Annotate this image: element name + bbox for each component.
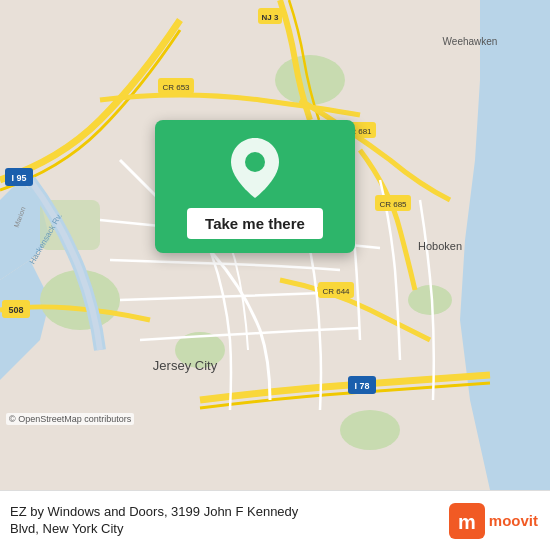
bottom-bar: EZ by Windows and Doors, 3199 John F Ken… (0, 490, 550, 550)
map-attribution: © OpenStreetMap contributors (6, 413, 134, 425)
svg-text:NJ 3: NJ 3 (262, 13, 279, 22)
svg-text:I 95: I 95 (11, 173, 26, 183)
svg-text:Weehawken: Weehawken (443, 36, 498, 47)
address-text: EZ by Windows and Doors, 3199 John F Ken… (10, 504, 298, 538)
map-container: I 95 NJ 3 CR 653 CR 681 CR 685 CR 644 I … (0, 0, 550, 490)
svg-text:508: 508 (8, 305, 23, 315)
svg-text:CR 685: CR 685 (379, 200, 407, 209)
svg-text:m: m (458, 511, 476, 533)
svg-text:CR 644: CR 644 (322, 287, 350, 296)
svg-point-6 (340, 410, 400, 450)
svg-text:Jersey City: Jersey City (153, 358, 218, 373)
address-block: EZ by Windows and Doors, 3199 John F Ken… (10, 504, 298, 538)
moovit-brand-text: moovit (489, 512, 538, 529)
svg-point-31 (245, 152, 265, 172)
navigation-card: Take me there (155, 120, 355, 253)
take-me-there-button[interactable]: Take me there (187, 208, 323, 239)
svg-text:I 78: I 78 (354, 381, 369, 391)
moovit-icon: m (449, 503, 485, 539)
location-pin-icon (231, 138, 279, 198)
svg-point-8 (275, 55, 345, 105)
svg-text:CR 653: CR 653 (162, 83, 190, 92)
moovit-logo: m moovit (449, 503, 538, 539)
svg-text:Hoboken: Hoboken (418, 240, 462, 252)
